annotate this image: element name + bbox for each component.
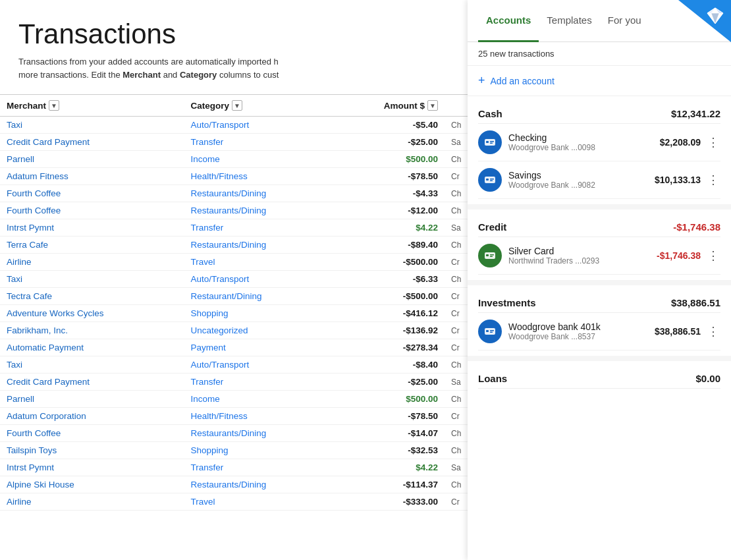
amount-cell: -$32.53 [332, 442, 445, 459]
more-options-icon[interactable]: ⋮ [706, 324, 720, 339]
source-cell: Sa [445, 459, 471, 476]
category-cell[interactable]: Restaurants/Dining [184, 237, 333, 254]
table-row: Fabrikham, Inc.Uncategorized-$136.92Cr [0, 322, 471, 339]
merchant-cell[interactable]: Tailspin Toys [0, 442, 184, 459]
merchant-cell[interactable]: Terra Cafe [0, 237, 184, 254]
source-cell: Cr [445, 305, 471, 322]
page-title: Transactions [0, 0, 471, 55]
section-name: Investments [478, 297, 536, 308]
merchant-cell[interactable]: Taxi [0, 356, 184, 374]
category-cell[interactable]: Auto/Transport [184, 271, 333, 288]
category-cell[interactable]: Restaurant/Dining [184, 288, 333, 305]
amount-cell: -$500.00 [332, 288, 445, 305]
source-cell: Cr [445, 288, 471, 305]
table-row: TaxiAuto/Transport-$6.33Ch [0, 271, 471, 288]
category-cell[interactable]: Restaurants/Dining [184, 185, 333, 202]
category-header: Category ▼ [184, 95, 333, 117]
category-cell[interactable]: Travel [184, 493, 333, 511]
left-panel: Transactions Transactions from your adde… [0, 0, 471, 560]
category-cell[interactable]: Transfer [184, 374, 333, 391]
source-cell: Ch [445, 185, 471, 202]
category-cell[interactable]: Travel [184, 254, 333, 271]
section-name: Cash [478, 108, 502, 119]
svg-rect-7 [490, 143, 493, 144]
category-cell[interactable]: Payment [184, 339, 333, 356]
merchant-cell[interactable]: Intrst Pymnt [0, 219, 184, 237]
category-cell[interactable]: Uncategorized [184, 322, 333, 339]
table-row: ParnellIncome$500.00Ch [0, 391, 471, 408]
transactions-table: Merchant ▼ Category ▼ Amount $ ▼ [0, 94, 471, 511]
table-row: TaxiAuto/Transport-$8.40Ch [0, 356, 471, 374]
nav-tab-templates[interactable]: Templates [539, 0, 599, 42]
category-filter-icon[interactable]: ▼ [232, 100, 242, 111]
merchant-cell[interactable]: Adatum Corporation [0, 408, 184, 425]
merchant-cell[interactable]: Fourth Coffee [0, 202, 184, 219]
category-cell[interactable]: Health/Fitness [184, 408, 333, 425]
amount-header: Amount $ ▼ [332, 95, 445, 117]
merchant-cell[interactable]: Tectra Cafe [0, 288, 184, 305]
merchant-cell[interactable]: Intrst Pymnt [0, 459, 184, 476]
merchant-cell[interactable]: Adventure Works Cycles [0, 305, 184, 322]
merchant-cell[interactable]: Adatum Fitness [0, 168, 184, 185]
merchant-cell[interactable]: Credit Card Payment [0, 374, 184, 391]
merchant-cell[interactable]: Parnell [0, 151, 184, 168]
amount-cell: -$14.07 [332, 425, 445, 442]
amount-cell: $500.00 [332, 151, 445, 168]
more-options-icon[interactable]: ⋮ [706, 135, 720, 150]
merchant-cell[interactable]: Airline [0, 254, 184, 271]
nav-tab-for-you[interactable]: For you [600, 0, 649, 42]
svg-rect-13 [486, 254, 489, 256]
merchant-cell[interactable]: Automatic Payment [0, 339, 184, 356]
add-account-button[interactable]: + Add an account [468, 66, 731, 96]
category-cell[interactable]: Shopping [184, 305, 333, 322]
merchant-cell[interactable]: Fabrikham, Inc. [0, 322, 184, 339]
section-total: $12,341.22 [671, 108, 720, 119]
right-panel: AccountsTemplatesFor you 25 new transact… [468, 0, 731, 560]
section-total: $38,886.51 [671, 297, 720, 308]
category-cell[interactable]: Income [184, 391, 333, 408]
more-options-icon[interactable]: ⋮ [706, 248, 720, 263]
category-cell[interactable]: Restaurants/Dining [184, 476, 333, 493]
account-item: CheckingWoodgrove Bank ...0098$2,208.09⋮ [478, 124, 720, 161]
account-section-loans: Loans$0.00 [468, 366, 731, 389]
section-total: -$1,746.38 [673, 221, 720, 233]
amount-cell: $4.22 [332, 459, 445, 476]
account-amount: $10,133.13 [655, 175, 701, 185]
nav-tabs: AccountsTemplatesFor you [478, 0, 649, 42]
account-details: Woodgrove bank 401kWoodgrove Bank ...853… [508, 322, 655, 341]
amount-filter-icon[interactable]: ▼ [427, 100, 438, 111]
category-cell[interactable]: Auto/Transport [184, 356, 333, 374]
svg-rect-10 [490, 179, 494, 180]
category-cell[interactable]: Transfer [184, 219, 333, 237]
table-row: ParnellIncome$500.00Ch [0, 151, 471, 168]
account-icon [478, 130, 502, 154]
category-cell[interactable]: Restaurants/Dining [184, 425, 333, 442]
account-sub: Northwind Traders ...0293 [508, 256, 657, 266]
category-cell[interactable]: Auto/Transport [184, 117, 333, 134]
category-cell[interactable]: Shopping [184, 442, 333, 459]
table-row: Credit Card PaymentTransfer-$25.00Sa [0, 374, 471, 391]
merchant-filter-icon[interactable]: ▼ [49, 100, 59, 111]
category-cell[interactable]: Transfer [184, 459, 333, 476]
merchant-cell[interactable]: Parnell [0, 391, 184, 408]
section-header: Loans$0.00 [478, 366, 720, 389]
merchant-cell[interactable]: Fourth Coffee [0, 185, 184, 202]
category-cell[interactable]: Restaurants/Dining [184, 202, 333, 219]
nav-tab-accounts[interactable]: Accounts [478, 0, 539, 42]
subtitle-text-2: more transactions. Edit the Merchant and… [18, 70, 279, 80]
category-cell[interactable]: Income [184, 151, 333, 168]
merchant-cell[interactable]: Airline [0, 493, 184, 511]
merchant-cell[interactable]: Fourth Coffee [0, 425, 184, 442]
merchant-cell[interactable]: Taxi [0, 117, 184, 134]
merchant-cell[interactable]: Alpine Ski House [0, 476, 184, 493]
account-sub: Woodgrove Bank ...9082 [508, 181, 655, 190]
account-details: Silver CardNorthwind Traders ...0293 [508, 246, 657, 266]
more-options-icon[interactable]: ⋮ [706, 173, 720, 187]
svg-rect-6 [490, 141, 494, 142]
category-cell[interactable]: Transfer [184, 134, 333, 151]
merchant-cell[interactable]: Credit Card Payment [0, 134, 184, 151]
table-row: Tectra CafeRestaurant/Dining-$500.00Cr [0, 288, 471, 305]
category-cell[interactable]: Health/Fitness [184, 168, 333, 185]
merchant-cell[interactable]: Taxi [0, 271, 184, 288]
source-cell: Cr [445, 493, 471, 511]
